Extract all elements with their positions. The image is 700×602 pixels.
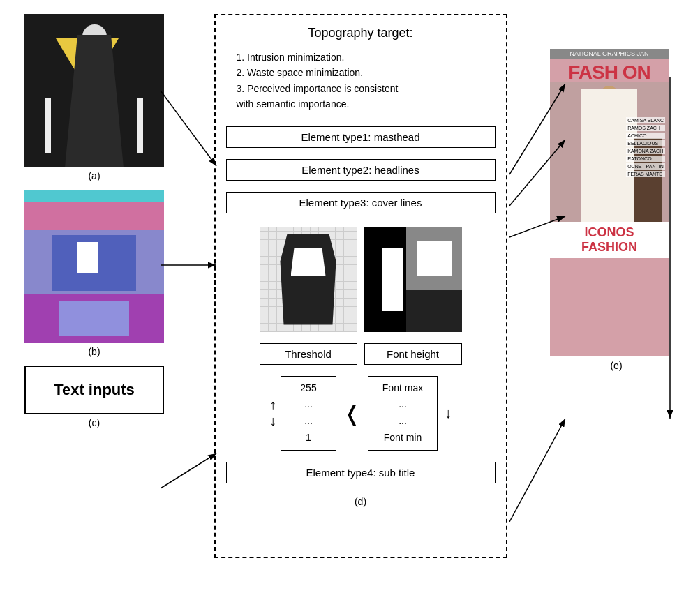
threshold-figure bbox=[274, 234, 343, 325]
figure-a-label: (a) bbox=[88, 170, 100, 181]
text-inputs-label: Text inputs bbox=[54, 381, 135, 399]
diagram-label: (d) bbox=[226, 496, 496, 507]
fh-white-right bbox=[417, 241, 452, 276]
font-dots2: ... bbox=[375, 413, 430, 430]
left-column: (a) (b) Text inputs (c) bbox=[14, 14, 174, 588]
val-255: 255 bbox=[288, 380, 329, 397]
fh-white-center bbox=[382, 248, 403, 311]
val-dots1: ... bbox=[288, 396, 329, 413]
arrow-up-symbol: ↑ bbox=[269, 397, 276, 413]
fh-black-right bbox=[406, 290, 462, 332]
val-1: 1 bbox=[288, 430, 329, 446]
middle-column: Topography target: 1. Intrusion minimiza… bbox=[181, 14, 539, 588]
side-item-1: RAMOS ZACH bbox=[626, 125, 665, 131]
arrow-down-symbol: ↓ bbox=[269, 413, 276, 429]
font-dots1: ... bbox=[375, 396, 430, 413]
element-type4-box: Element type4: sub title bbox=[226, 462, 496, 483]
bracket-arrow: ❬ bbox=[343, 401, 361, 426]
side-item-3: BELLACIOUS bbox=[626, 140, 665, 146]
magazine-figure: NATIONAL GRAPHICS JAN FASH ON CAMISA BLA… bbox=[550, 14, 683, 371]
values-section: ↑ ↓ 255 ... ... 1 bbox=[269, 376, 336, 451]
element-type1-box: Element type1: masthead bbox=[226, 126, 496, 148]
inputs-section: ↑ ↓ 255 ... ... 1 ❬ bbox=[226, 376, 496, 451]
figure-b: (b) bbox=[24, 190, 164, 357]
side-item-5: RATONCO bbox=[626, 156, 665, 162]
diagram-list: 1. Intrusion minimization. 2. Waste spac… bbox=[237, 50, 496, 112]
magazine-bottom-title1: ICONOS bbox=[553, 225, 665, 240]
magazine-bottom-title2: FASHION bbox=[553, 240, 665, 255]
right-column: NATIONAL GRAPHICS JAN FASH ON CAMISA BLA… bbox=[546, 14, 686, 588]
magazine-subtitle-bar: NATIONAL GRAPHICS JAN bbox=[550, 49, 669, 59]
figure-a: (a) bbox=[24, 14, 164, 181]
magazine-title: FASH ON bbox=[550, 59, 669, 82]
font-max: Font max bbox=[375, 380, 430, 397]
threshold-white bbox=[291, 248, 326, 276]
magazine-cover: NATIONAL GRAPHICS JAN FASH ON CAMISA BLA… bbox=[550, 49, 669, 356]
magazine-header-text: NATIONAL GRAPHICS JAN bbox=[569, 50, 648, 57]
cyan-segment bbox=[24, 190, 164, 202]
magazine-side-text: CAMISA BLANC RAMOS ZACH ACHICO BELLACIOU… bbox=[626, 117, 665, 177]
figure-e-label: (e) bbox=[550, 360, 683, 371]
threshold-image bbox=[260, 227, 357, 332]
diagram-box: Topography target: 1. Intrusion minimiza… bbox=[214, 14, 507, 558]
val-dots2: ... bbox=[288, 413, 329, 430]
right-arrow-bracket: ❬ bbox=[343, 402, 361, 425]
list-item-4: with semantic importance. bbox=[237, 96, 496, 112]
figure-c-label: (c) bbox=[89, 417, 100, 428]
magazine-title-text: FASH ON bbox=[568, 61, 650, 83]
side-item-2: ACHICO bbox=[626, 133, 665, 139]
bottom-mid-segment bbox=[59, 301, 129, 336]
down-arrow-symbol: ↓ bbox=[445, 405, 452, 421]
list-item-3: 3. Perceived importance is consistent bbox=[237, 81, 496, 96]
label-row: Threshold Font height bbox=[226, 343, 496, 365]
text-inputs-box: Text inputs bbox=[24, 366, 164, 414]
image-a bbox=[24, 14, 164, 167]
down-arrow-right: ↓ bbox=[445, 405, 452, 421]
magazine-person: CAMISA BLANC RAMOS ZACH ACHICO BELLACIOU… bbox=[550, 82, 669, 222]
diagram-title: Topography target: bbox=[226, 26, 496, 40]
side-item-6: OCNET PANTIN bbox=[626, 163, 665, 170]
side-item-7: FERAS MANTE bbox=[626, 171, 665, 177]
cover-lines-section bbox=[226, 227, 496, 332]
pink-segment bbox=[24, 202, 164, 230]
white-rect-segment bbox=[77, 242, 98, 273]
list-item-2: 2. Waste space minimization. bbox=[237, 65, 496, 80]
chair-right-leg bbox=[137, 98, 143, 153]
up-arrow-indicator: ↑ ↓ bbox=[269, 397, 276, 429]
font-values-box: Font max ... ... Font min bbox=[368, 376, 438, 451]
magazine-bottom-text: ICONOS FASHION bbox=[550, 222, 669, 258]
font-height-label-box: Font height bbox=[364, 343, 462, 365]
element-type3-box: Element type3: cover lines bbox=[226, 192, 496, 213]
list-item-1: 1. Intrusion minimization. bbox=[237, 50, 496, 65]
side-item-0: CAMISA BLANC bbox=[626, 117, 665, 123]
image-b bbox=[24, 190, 164, 343]
figure-c: Text inputs (c) bbox=[24, 366, 164, 428]
font-height-image bbox=[364, 227, 462, 332]
threshold-label-box: Threshold bbox=[260, 343, 357, 365]
side-item-4: KAMONA ZACH bbox=[626, 148, 665, 154]
chair-left-leg bbox=[45, 98, 51, 153]
values-box: 255 ... ... 1 bbox=[281, 376, 336, 451]
font-min: Font min bbox=[375, 430, 430, 446]
figure-b-label: (b) bbox=[88, 346, 100, 357]
element-type2-box: Element type2: headlines bbox=[226, 159, 496, 181]
